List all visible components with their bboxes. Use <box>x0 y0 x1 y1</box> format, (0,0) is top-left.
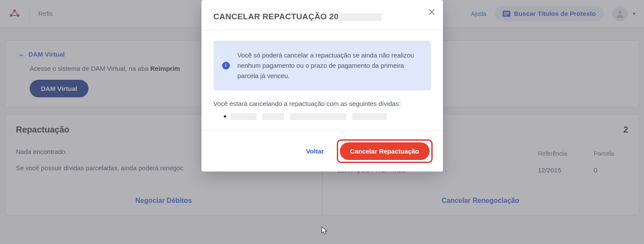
cancel-repactuacao-button[interactable]: Cancelar Repactuação <box>340 142 430 160</box>
close-button[interactable] <box>428 8 435 18</box>
info-alert: i Você só poderá cancelar a repactuação … <box>214 41 431 90</box>
modal-body-text: Você estará cancelando a repactuação com… <box>214 100 431 107</box>
list-item: xx xx xx xx <box>231 112 431 120</box>
modal-title: CANCELAR REPACTUAÇÃO 20xxxxxxxx <box>214 12 431 21</box>
redacted: xx <box>231 113 256 120</box>
redacted: xxxxxxxx <box>339 13 382 21</box>
debt-list: xx xx xx xx <box>214 112 431 120</box>
redacted: xx <box>290 113 346 120</box>
cancel-repactuacao-modal: CANCELAR REPACTUAÇÃO 20xxxxxxxx i Você s… <box>201 0 443 172</box>
close-icon <box>428 9 435 15</box>
confirm-highlight: Cancelar Repactuação <box>337 139 433 163</box>
modal-title-text: CANCELAR REPACTUAÇÃO 20 <box>214 12 339 21</box>
redacted: xx <box>262 113 284 120</box>
info-text: Você só poderá cancelar a repactuação se… <box>238 51 414 79</box>
modal-overlay[interactable]: CANCELAR REPACTUAÇÃO 20xxxxxxxx i Você s… <box>0 0 644 244</box>
info-icon: i <box>222 62 230 69</box>
back-button[interactable]: Voltar <box>300 143 330 159</box>
redacted: xx <box>352 113 387 120</box>
